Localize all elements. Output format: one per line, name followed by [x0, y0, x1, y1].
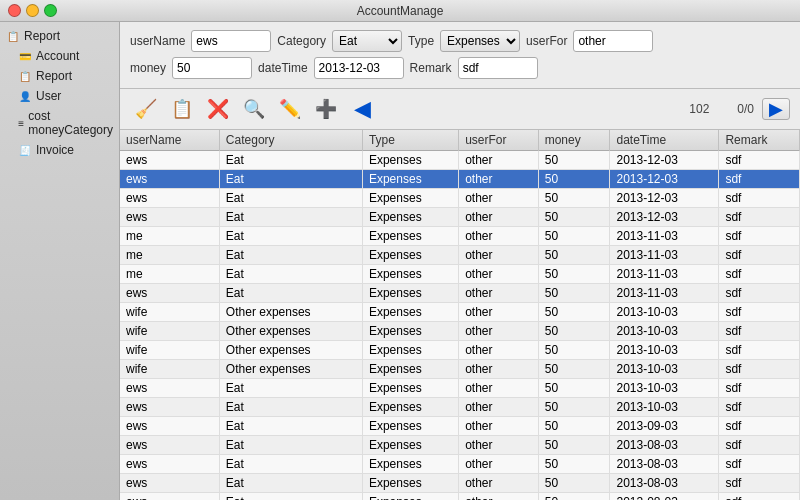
table-row[interactable]: meEatExpensesother502013-11-03sdf — [120, 246, 800, 265]
delete-button[interactable]: ❌ — [202, 93, 234, 125]
table-cell-category: Eat — [219, 379, 362, 398]
page-info: 102 0/0 — [689, 102, 754, 116]
table-row[interactable]: wifeOther expensesExpensesother502013-10… — [120, 303, 800, 322]
table-cell-userfor: other — [459, 379, 539, 398]
window-controls[interactable] — [8, 4, 57, 17]
clear-button[interactable]: 🧹 — [130, 93, 162, 125]
table-cell-type: Expenses — [362, 189, 458, 208]
sidebar-item-report[interactable]: 📋 Report — [12, 66, 119, 86]
table-row[interactable]: ewsEatExpensesother502013-12-03sdf — [120, 189, 800, 208]
table-cell-datetime: 2013-11-03 — [610, 246, 719, 265]
sidebar-item-label: Account — [36, 49, 79, 63]
sidebar-item-user[interactable]: 👤 User — [12, 86, 119, 106]
table-cell-remark: sdf — [719, 208, 800, 227]
table-cell-username: ews — [120, 151, 219, 170]
table-cell-type: Expenses — [362, 398, 458, 417]
money-input[interactable] — [172, 57, 252, 79]
table-row[interactable]: ewsEatExpensesother502013-10-03sdf — [120, 379, 800, 398]
list-button[interactable]: 📋 — [166, 93, 198, 125]
col-header-datetime: dateTime — [610, 130, 719, 151]
table-cell-datetime: 2013-11-03 — [610, 284, 719, 303]
data-table-container[interactable]: userName Category Type userFor money dat… — [120, 130, 800, 500]
table-cell-username: ews — [120, 379, 219, 398]
sidebar-item-account[interactable]: 💳 Account — [12, 46, 119, 66]
table-row[interactable]: wifeOther expensesExpensesother502013-10… — [120, 341, 800, 360]
maximize-button[interactable] — [44, 4, 57, 17]
report-icon: 📋 — [6, 29, 20, 43]
table-row[interactable]: ewsEatExpensesother502013-11-03sdf — [120, 284, 800, 303]
table-row[interactable]: ewsEatExpensesother502013-12-03sdf — [120, 170, 800, 189]
table-cell-category: Eat — [219, 265, 362, 284]
table-row[interactable]: ewsEatExpensesother502013-08-03sdf — [120, 493, 800, 501]
table-cell-userfor: other — [459, 151, 539, 170]
cost-icon: ≡ — [18, 116, 24, 130]
user-icon: 👤 — [18, 89, 32, 103]
table-cell-type: Expenses — [362, 379, 458, 398]
table-cell-remark: sdf — [719, 284, 800, 303]
table-cell-datetime: 2013-10-03 — [610, 398, 719, 417]
table-cell-userfor: other — [459, 246, 539, 265]
sidebar-item-invoice[interactable]: 🧾 Invoice — [12, 140, 119, 160]
table-cell-type: Expenses — [362, 360, 458, 379]
table-cell-userfor: other — [459, 474, 539, 493]
table-cell-datetime: 2013-09-03 — [610, 417, 719, 436]
table-cell-userfor: other — [459, 341, 539, 360]
data-table: userName Category Type userFor money dat… — [120, 130, 800, 500]
table-row[interactable]: ewsEatExpensesother502013-09-03sdf — [120, 417, 800, 436]
col-header-category: Category — [219, 130, 362, 151]
userfor-input[interactable] — [573, 30, 653, 52]
table-cell-type: Expenses — [362, 151, 458, 170]
table-cell-money: 50 — [538, 189, 610, 208]
table-cell-userfor: other — [459, 265, 539, 284]
invoice-icon: 🧾 — [18, 143, 32, 157]
table-cell-username: me — [120, 227, 219, 246]
sidebar-item-report-top[interactable]: 📋 Report — [0, 26, 119, 46]
remark-input[interactable] — [458, 57, 538, 79]
table-cell-type: Expenses — [362, 208, 458, 227]
table-cell-category: Other expenses — [219, 303, 362, 322]
table-row[interactable]: ewsEatExpensesother502013-08-03sdf — [120, 436, 800, 455]
table-cell-userfor: other — [459, 455, 539, 474]
back-nav-button[interactable]: ◀ — [346, 93, 378, 125]
close-button[interactable] — [8, 4, 21, 17]
table-cell-remark: sdf — [719, 455, 800, 474]
window-title: AccountManage — [357, 4, 444, 18]
table-row[interactable]: wifeOther expensesExpensesother502013-10… — [120, 322, 800, 341]
table-cell-money: 50 — [538, 208, 610, 227]
sidebar-item-cost-money-category[interactable]: ≡ cost moneyCategory — [12, 106, 119, 140]
table-row[interactable]: wifeOther expensesExpensesother502013-10… — [120, 360, 800, 379]
sidebar-item-label: cost moneyCategory — [28, 109, 113, 137]
table-cell-username: ews — [120, 455, 219, 474]
table-row[interactable]: meEatExpensesother502013-11-03sdf — [120, 265, 800, 284]
table-row[interactable]: ewsEatExpensesother502013-08-03sdf — [120, 455, 800, 474]
minimize-button[interactable] — [26, 4, 39, 17]
type-select[interactable]: Expenses Income — [440, 30, 520, 52]
table-cell-remark: sdf — [719, 322, 800, 341]
table-cell-remark: sdf — [719, 170, 800, 189]
table-row[interactable]: ewsEatExpensesother502013-12-03sdf — [120, 151, 800, 170]
forward-nav-button[interactable]: ▶ — [762, 98, 790, 120]
table-cell-userfor: other — [459, 360, 539, 379]
table-row[interactable]: meEatExpensesother502013-11-03sdf — [120, 227, 800, 246]
table-cell-money: 50 — [538, 284, 610, 303]
table-cell-username: ews — [120, 493, 219, 501]
username-input[interactable] — [191, 30, 271, 52]
datetime-input[interactable] — [314, 57, 404, 79]
table-row[interactable]: ewsEatExpensesother502013-12-03sdf — [120, 208, 800, 227]
table-cell-remark: sdf — [719, 379, 800, 398]
table-cell-type: Expenses — [362, 170, 458, 189]
edit-button[interactable]: ✏️ — [274, 93, 306, 125]
table-cell-category: Eat — [219, 170, 362, 189]
add-button[interactable]: ➕ — [310, 93, 342, 125]
table-cell-remark: sdf — [719, 151, 800, 170]
search-button[interactable]: 🔍 — [238, 93, 270, 125]
table-cell-money: 50 — [538, 436, 610, 455]
table-cell-datetime: 2013-10-03 — [610, 303, 719, 322]
table-cell-type: Expenses — [362, 436, 458, 455]
userfor-label: userFor — [526, 34, 567, 48]
table-row[interactable]: ewsEatExpensesother502013-08-03sdf — [120, 474, 800, 493]
table-cell-category: Other expenses — [219, 341, 362, 360]
table-row[interactable]: ewsEatExpensesother502013-10-03sdf — [120, 398, 800, 417]
page-number: 0/0 — [737, 102, 754, 116]
category-select[interactable]: Eat Dinner Other expenses — [332, 30, 402, 52]
